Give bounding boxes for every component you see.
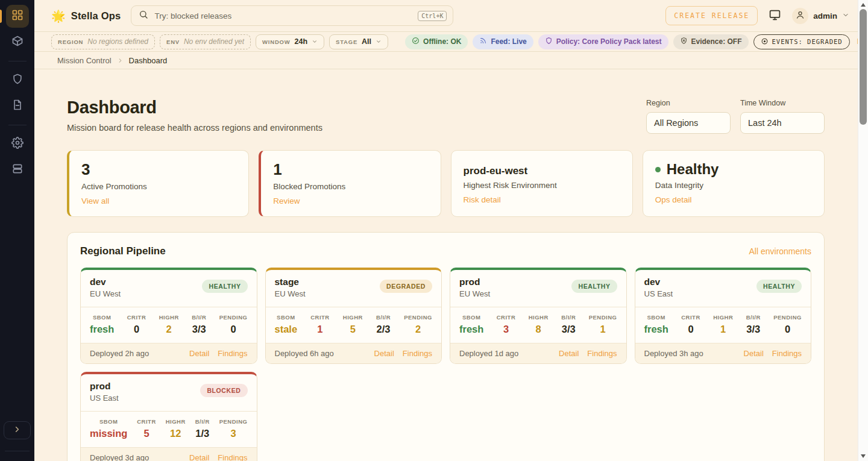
region-filter-chip[interactable]: REGION No regions defined bbox=[51, 34, 155, 49]
evidence-status-text: Evidence: OFF bbox=[691, 37, 742, 46]
chevron-right-icon bbox=[117, 57, 124, 64]
vertical-scrollbar[interactable] bbox=[858, 0, 868, 461]
check-circle-icon bbox=[412, 37, 420, 46]
findings-link[interactable]: Findings bbox=[218, 453, 247, 461]
pipeline-card-dev-eu-west: dev EU West HEALTHY SBOMfresh CRITR0 HIG… bbox=[80, 268, 257, 364]
stat-highr: HIGHR1 bbox=[713, 314, 733, 335]
search-icon bbox=[139, 10, 148, 22]
window-filter-chip[interactable]: WINDOW 24h bbox=[256, 34, 324, 49]
evidence-status-pill[interactable]: Evidence: OFF bbox=[673, 34, 749, 49]
pipeline-card-grid: dev EU West HEALTHY SBOMfresh CRITR0 HIG… bbox=[80, 268, 811, 461]
page-header: Dashboard Mission board for release heal… bbox=[67, 98, 825, 134]
ops-detail-link[interactable]: Ops detail bbox=[655, 195, 692, 204]
display-mode-button[interactable] bbox=[769, 8, 781, 23]
env-name: stage bbox=[275, 277, 306, 287]
detail-link[interactable]: Detail bbox=[744, 349, 764, 358]
sidebar-expand-button[interactable] bbox=[4, 421, 31, 439]
sidebar-item-settings[interactable] bbox=[6, 133, 29, 155]
env-region: US East bbox=[90, 394, 119, 403]
breadcrumb-mission-control[interactable]: Mission Control bbox=[57, 56, 112, 65]
pipeline-card-footer: Deployed 1d ago DetailFindings bbox=[450, 343, 626, 363]
package-icon bbox=[11, 35, 24, 49]
status-badge: BLOCKED bbox=[200, 384, 247, 397]
sidebar-item-releases[interactable] bbox=[6, 31, 29, 54]
env-name: prod bbox=[90, 381, 119, 392]
chevron-down-icon bbox=[376, 36, 382, 47]
page-title: Dashboard bbox=[67, 98, 322, 118]
app-root: 🌟 Stella Ops Try: blocked releases Ctrl+… bbox=[0, 0, 868, 461]
pipeline-card-titles: dev US East bbox=[644, 277, 673, 298]
pipeline-card-stats: SBOMfresh CRITR0 HIGHR1 B/I/R3/3 PENDING… bbox=[635, 307, 811, 343]
stat-card-active-promotions: 3 Active Promotions View all bbox=[67, 150, 249, 217]
events-status-pill[interactable]: EVENTS: DEGRADED bbox=[753, 34, 850, 49]
stat-highr: HIGHR12 bbox=[166, 418, 186, 439]
region-select[interactable]: All Regions bbox=[646, 112, 731, 134]
status-badge: HEALTHY bbox=[756, 280, 802, 293]
search-input[interactable]: Try: blocked releases Ctrl+K bbox=[131, 5, 453, 26]
create-release-button[interactable]: CREATE RELEASE bbox=[665, 6, 758, 25]
all-environments-link[interactable]: All environments bbox=[749, 246, 812, 256]
stat-pending: PENDING0 bbox=[773, 314, 802, 335]
pipeline-card-footer: Deployed 6h ago DetailFindings bbox=[266, 343, 442, 363]
pipeline-card-titles: stage EU West bbox=[275, 277, 306, 298]
findings-link[interactable]: Findings bbox=[772, 349, 802, 358]
window-chip-value: 24h bbox=[295, 37, 308, 46]
detail-link[interactable]: Detail bbox=[374, 349, 394, 358]
shield-off-icon bbox=[680, 37, 688, 46]
stage-filter-chip[interactable]: STAGE All bbox=[329, 34, 388, 49]
sidebar bbox=[0, 0, 34, 461]
sidebar-divider bbox=[5, 451, 30, 451]
sidebar-item-infrastructure[interactable] bbox=[6, 158, 29, 181]
env-chip-label: ENV bbox=[166, 39, 180, 45]
pipeline-card-footer: Deployed 3h ago DetailFindings bbox=[635, 343, 811, 363]
offline-status-text: Offline: OK bbox=[423, 37, 461, 46]
env-region: EU West bbox=[459, 289, 490, 298]
env-region: EU West bbox=[90, 289, 121, 298]
monitor-icon bbox=[769, 8, 781, 23]
feed-status-pill[interactable]: Feed: Live bbox=[473, 34, 533, 49]
findings-link[interactable]: Findings bbox=[587, 349, 617, 358]
deployed-text: Deployed 3h ago bbox=[644, 349, 703, 358]
shield-icon bbox=[11, 73, 24, 87]
scroll-up-arrow[interactable] bbox=[858, 1, 868, 9]
grid-icon bbox=[11, 9, 24, 24]
policy-status-text: Policy: Core Policy Pack latest bbox=[556, 37, 662, 46]
review-link[interactable]: Review bbox=[273, 196, 300, 205]
deployed-text: Deployed 3d ago bbox=[90, 453, 149, 461]
stat-value: 1 bbox=[273, 161, 428, 179]
page-subtitle: Mission board for release health across … bbox=[67, 123, 322, 133]
stat-value: prod-eu-west bbox=[464, 161, 620, 178]
detail-link[interactable]: Detail bbox=[189, 453, 209, 461]
stat-critr: CRITR0 bbox=[681, 314, 700, 335]
findings-link[interactable]: Findings bbox=[218, 349, 247, 358]
offline-status-pill[interactable]: Offline: OK bbox=[405, 34, 468, 49]
scroll-down-arrow[interactable] bbox=[858, 452, 868, 460]
sidebar-item-documents[interactable] bbox=[6, 95, 29, 118]
region-chip-label: REGION bbox=[58, 39, 83, 45]
stage-chip-value: All bbox=[362, 37, 371, 46]
region-select-label: Region bbox=[646, 99, 731, 107]
sidebar-item-dashboard[interactable] bbox=[6, 5, 29, 28]
policy-status-pill[interactable]: Policy: Core Policy Pack latest bbox=[538, 34, 668, 49]
brand: 🌟 Stella Ops bbox=[51, 10, 121, 22]
stat-highr: HIGHR2 bbox=[159, 314, 179, 335]
stat-pending: PENDING2 bbox=[404, 314, 432, 335]
scrollbar-thumb[interactable] bbox=[860, 9, 867, 125]
pipeline-card-stats: SBOMmissing CRITR5 HIGHR12 B/I/R1/3 PEND… bbox=[81, 411, 257, 447]
time-window-select[interactable]: Last 24h bbox=[740, 112, 825, 134]
view-all-link[interactable]: View all bbox=[81, 196, 109, 205]
stat-pending: PENDING1 bbox=[589, 314, 617, 335]
status-badge: HEALTHY bbox=[571, 280, 617, 293]
env-filter-chip[interactable]: ENV No env defined yet bbox=[160, 34, 251, 49]
region-field: Region All Regions bbox=[646, 99, 731, 134]
env-name: prod bbox=[459, 277, 490, 287]
risk-detail-link[interactable]: Risk detail bbox=[464, 195, 501, 204]
pipeline-card-stats: SBOMstale CRITR1 HIGHR5 B/I/R2/3 PENDING… bbox=[266, 307, 442, 343]
detail-link[interactable]: Detail bbox=[189, 349, 209, 358]
pipeline-card-links: DetailFindings bbox=[189, 349, 247, 358]
detail-link[interactable]: Detail bbox=[559, 349, 579, 358]
user-menu[interactable]: admin bbox=[792, 8, 849, 24]
pipeline-card-header: dev EU West HEALTHY bbox=[81, 270, 257, 307]
sidebar-item-security[interactable] bbox=[6, 69, 29, 92]
findings-link[interactable]: Findings bbox=[403, 349, 432, 358]
